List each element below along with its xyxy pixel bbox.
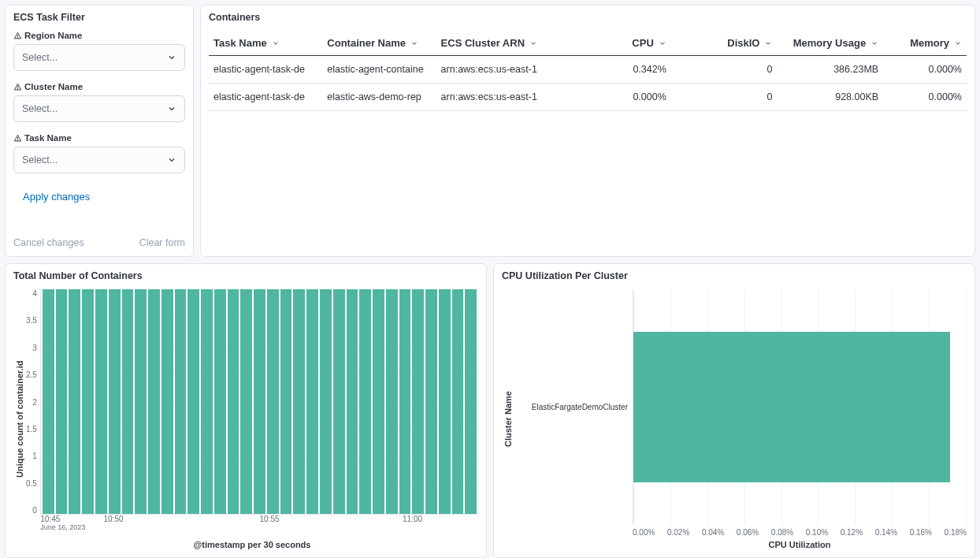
bar[interactable] [214,289,226,514]
chevron-down-icon [529,39,537,47]
bar[interactable] [240,289,252,514]
bar[interactable] [175,289,187,514]
bar[interactable] [56,289,68,514]
table-cell: 0.342% [565,56,671,84]
bar[interactable] [43,289,54,514]
y-tick: 0.5 [26,479,37,488]
clear-form-button[interactable]: Clear form [139,237,185,248]
chevron-down-icon [272,39,280,47]
warning-icon [13,32,22,40]
bar[interactable] [386,289,398,514]
table-cell: 0 [671,56,778,84]
filter-field-label: Task Name [13,133,185,143]
bar[interactable] [161,289,173,514]
bar[interactable] [82,289,94,514]
bar[interactable] [69,289,80,514]
containers-table: Task NameContainer NameECS Cluster ARNCP… [209,31,967,111]
bar[interactable] [633,332,950,482]
x-tick: 0.10% [806,528,828,537]
hbar-chart-plot[interactable]: ElasticFargateDemoCluster [514,289,967,525]
chevron-down-icon [410,39,418,47]
bar[interactable] [452,289,464,514]
table-cell: arn:aws:ecs:us-east-1 [436,84,566,111]
x-tick: 0.00% [633,528,655,537]
svg-point-3 [17,88,18,89]
bar[interactable] [439,289,451,514]
bar[interactable] [425,289,437,514]
warning-icon [13,134,22,143]
table-cell: arn:aws:ecs:us-east-1 [436,56,566,84]
y-tick: 2 [32,398,37,407]
cancel-changes-button[interactable]: Cancel changes [13,237,84,248]
svg-point-5 [17,140,18,140]
bar[interactable] [95,289,107,514]
chevron-down-icon [870,39,878,47]
y-tick: 3 [32,344,37,352]
bar[interactable] [465,289,477,514]
table-cell: 386.23MB [777,56,883,84]
filter-select[interactable]: Select... [13,44,185,71]
containers-panel-title: Containers [209,12,967,23]
bar[interactable] [148,289,160,514]
bar[interactable] [399,289,411,514]
y-tick: ElasticFargateDemoCluster [514,289,633,525]
y-tick: 0 [32,506,37,515]
x-tick: 0.14% [875,528,897,537]
bar[interactable] [412,289,424,514]
bar[interactable] [187,289,199,514]
column-header[interactable]: Memory [883,31,967,56]
chart-title: CPU Utilization Per Cluster [502,270,967,281]
chart-title: Total Number of Containers [13,270,478,281]
bar[interactable] [280,289,292,514]
bar[interactable] [201,289,213,514]
bar[interactable] [333,289,345,514]
table-row[interactable]: elastic-agent-task-deelastic-agent-conta… [209,56,967,84]
x-tick: 10:55 [259,515,279,523]
column-header[interactable]: ECS Cluster ARN [436,31,566,56]
bar[interactable] [109,289,121,514]
bar[interactable] [122,289,134,514]
x-tick: 0.04% [702,528,724,537]
y-tick: 1 [32,452,37,460]
bar[interactable] [320,289,332,514]
chevron-down-icon [167,53,176,62]
column-header[interactable]: Task Name [209,31,322,56]
y-axis-label: Unique count of container.id [13,289,26,549]
table-cell: 0 [671,84,778,111]
bar[interactable] [293,289,305,514]
x-axis-label: @timestamp per 30 seconds [26,537,478,549]
column-header[interactable]: Container Name [322,31,436,56]
bar-chart-plot[interactable] [40,289,478,515]
column-header[interactable]: Memory Usage [777,31,883,56]
x-tick: 0.16% [910,528,932,537]
x-tick: 0.08% [771,528,793,537]
apply-changes-button[interactable]: Apply changes [13,184,99,209]
x-tick: 0.02% [667,528,689,537]
bar[interactable] [254,289,265,514]
warning-icon [13,83,22,91]
cpu-per-cluster-chart-panel: CPU Utilization Per Cluster Cluster Name… [493,263,975,558]
y-axis-label: Cluster Name [502,289,514,549]
filter-select[interactable]: Select... [13,147,185,173]
y-tick: 4 [32,289,37,298]
bar[interactable] [306,289,318,514]
table-cell: elastic-agent-task-de [209,84,322,111]
column-header[interactable]: DiskIO [671,31,778,56]
bar[interactable] [347,289,358,514]
table-cell: 0.000% [883,56,967,84]
bar[interactable] [359,289,371,514]
bar[interactable] [228,289,239,514]
table-row[interactable]: elastic-agent-task-deelastic-aws-demo-re… [209,84,967,111]
table-cell: elastic-aws-demo-rep [322,84,436,111]
svg-point-1 [17,37,18,38]
chevron-down-icon [167,104,176,113]
x-tick: 11:00 [403,515,422,523]
filter-panel-title: ECS Task Filter [13,12,185,23]
bar[interactable] [135,289,147,514]
column-header[interactable]: CPU [565,31,671,56]
table-cell: elastic-agent-task-de [209,56,322,84]
filter-select[interactable]: Select... [13,95,185,122]
bar[interactable] [373,289,384,514]
ecs-task-filter-panel: ECS Task Filter Region NameSelect...Clus… [5,5,194,257]
bar[interactable] [267,289,279,514]
